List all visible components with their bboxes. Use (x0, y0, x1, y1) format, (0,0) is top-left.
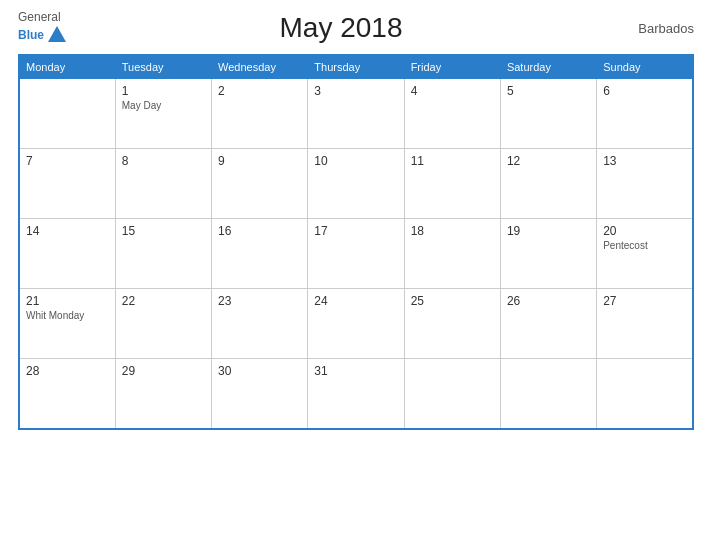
logo-icon (46, 24, 68, 46)
holiday-label: May Day (122, 100, 205, 111)
day-number: 10 (314, 154, 397, 168)
calendar-day-cell: 4 (404, 79, 500, 149)
day-number: 16 (218, 224, 301, 238)
calendar-week-row: 14151617181920Pentecost (19, 219, 693, 289)
header: General Blue May 2018 Barbados (18, 10, 694, 46)
day-number: 3 (314, 84, 397, 98)
calendar-day-cell: 3 (308, 79, 404, 149)
day-number: 30 (218, 364, 301, 378)
calendar-day-cell (500, 359, 596, 429)
day-number: 8 (122, 154, 205, 168)
holiday-label: Pentecost (603, 240, 686, 251)
calendar-day-cell: 23 (212, 289, 308, 359)
col-sunday: Sunday (597, 55, 693, 79)
calendar-day-cell: 9 (212, 149, 308, 219)
calendar-week-row: 1May Day23456 (19, 79, 693, 149)
calendar-day-cell (404, 359, 500, 429)
calendar-table: Monday Tuesday Wednesday Thursday Friday… (18, 54, 694, 430)
page-title: May 2018 (68, 12, 614, 44)
day-number: 19 (507, 224, 590, 238)
calendar-body: 1May Day234567891011121314151617181920Pe… (19, 79, 693, 429)
col-wednesday: Wednesday (212, 55, 308, 79)
calendar-day-cell: 27 (597, 289, 693, 359)
day-number: 22 (122, 294, 205, 308)
calendar-day-cell: 26 (500, 289, 596, 359)
day-number: 29 (122, 364, 205, 378)
calendar-day-cell (597, 359, 693, 429)
day-number: 14 (26, 224, 109, 238)
calendar-day-cell (19, 79, 115, 149)
day-number: 7 (26, 154, 109, 168)
calendar-day-cell: 29 (115, 359, 211, 429)
calendar-day-cell: 22 (115, 289, 211, 359)
calendar-day-cell: 8 (115, 149, 211, 219)
logo-blue-text: Blue (18, 28, 44, 42)
col-tuesday: Tuesday (115, 55, 211, 79)
day-number: 9 (218, 154, 301, 168)
days-of-week-row: Monday Tuesday Wednesday Thursday Friday… (19, 55, 693, 79)
day-number: 20 (603, 224, 686, 238)
calendar-day-cell: 25 (404, 289, 500, 359)
calendar-day-cell: 18 (404, 219, 500, 289)
calendar-week-row: 28293031 (19, 359, 693, 429)
col-monday: Monday (19, 55, 115, 79)
calendar-day-cell: 11 (404, 149, 500, 219)
day-number: 4 (411, 84, 494, 98)
day-number: 5 (507, 84, 590, 98)
calendar-day-cell: 30 (212, 359, 308, 429)
day-number: 11 (411, 154, 494, 168)
calendar-page: General Blue May 2018 Barbados Monday Tu… (0, 0, 712, 550)
calendar-day-cell: 15 (115, 219, 211, 289)
day-number: 2 (218, 84, 301, 98)
day-number: 1 (122, 84, 205, 98)
day-number: 6 (603, 84, 686, 98)
day-number: 24 (314, 294, 397, 308)
day-number: 15 (122, 224, 205, 238)
svg-marker-0 (48, 26, 66, 42)
day-number: 13 (603, 154, 686, 168)
calendar-week-row: 21Whit Monday222324252627 (19, 289, 693, 359)
calendar-day-cell: 24 (308, 289, 404, 359)
calendar-day-cell: 1May Day (115, 79, 211, 149)
logo: General Blue (18, 10, 68, 46)
calendar-day-cell: 16 (212, 219, 308, 289)
calendar-day-cell: 13 (597, 149, 693, 219)
calendar-day-cell: 6 (597, 79, 693, 149)
calendar-week-row: 78910111213 (19, 149, 693, 219)
day-number: 21 (26, 294, 109, 308)
logo-general-text: General (18, 10, 61, 24)
col-saturday: Saturday (500, 55, 596, 79)
day-number: 31 (314, 364, 397, 378)
day-number: 25 (411, 294, 494, 308)
day-number: 17 (314, 224, 397, 238)
day-number: 28 (26, 364, 109, 378)
day-number: 18 (411, 224, 494, 238)
col-thursday: Thursday (308, 55, 404, 79)
calendar-day-cell: 17 (308, 219, 404, 289)
calendar-day-cell: 21Whit Monday (19, 289, 115, 359)
day-number: 23 (218, 294, 301, 308)
calendar-day-cell: 31 (308, 359, 404, 429)
col-friday: Friday (404, 55, 500, 79)
calendar-day-cell: 14 (19, 219, 115, 289)
calendar-header: Monday Tuesday Wednesday Thursday Friday… (19, 55, 693, 79)
calendar-day-cell: 10 (308, 149, 404, 219)
calendar-day-cell: 28 (19, 359, 115, 429)
day-number: 26 (507, 294, 590, 308)
country-label: Barbados (614, 21, 694, 36)
holiday-label: Whit Monday (26, 310, 109, 321)
calendar-day-cell: 5 (500, 79, 596, 149)
calendar-day-cell: 19 (500, 219, 596, 289)
calendar-day-cell: 7 (19, 149, 115, 219)
day-number: 27 (603, 294, 686, 308)
day-number: 12 (507, 154, 590, 168)
calendar-day-cell: 2 (212, 79, 308, 149)
calendar-day-cell: 12 (500, 149, 596, 219)
calendar-day-cell: 20Pentecost (597, 219, 693, 289)
